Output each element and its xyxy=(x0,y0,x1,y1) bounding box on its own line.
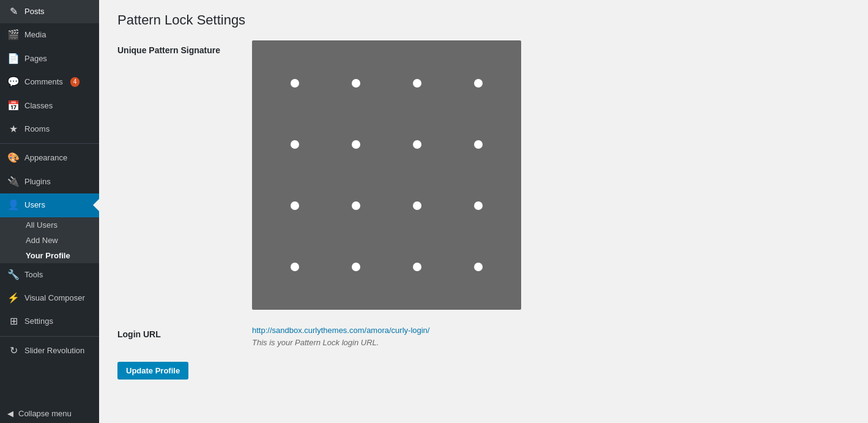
pattern-dot xyxy=(291,140,299,149)
pattern-dot-cell xyxy=(264,175,325,236)
sidebar-item-plugins[interactable]: 🔌 Plugins xyxy=(0,170,99,193)
sidebar-item-visual-composer[interactable]: ⚡ Visual Composer xyxy=(0,286,99,310)
pattern-dot-cell xyxy=(325,175,387,236)
pattern-dot xyxy=(474,140,483,149)
submenu-add-new[interactable]: Add New xyxy=(0,233,99,248)
login-url-row: Login URL http://sandbox.curlythemes.com… xyxy=(117,324,850,347)
pattern-dot-cell xyxy=(387,53,448,114)
rooms-icon: ★ xyxy=(7,122,20,136)
pattern-dot-cell xyxy=(325,236,387,298)
posts-icon: ✎ xyxy=(7,5,20,18)
pattern-dot xyxy=(352,140,360,149)
pattern-dot xyxy=(291,201,299,210)
sidebar-item-media[interactable]: 🎬 Media xyxy=(0,23,99,47)
pattern-dot-cell xyxy=(387,236,448,298)
pattern-dot-cell xyxy=(264,114,325,175)
submenu-your-profile[interactable]: Your Profile xyxy=(0,248,99,263)
pattern-dot xyxy=(474,263,483,271)
sidebar-item-classes[interactable]: 📅 Classes xyxy=(0,94,99,118)
sidebar-item-comments[interactable]: 💬 Comments 4 xyxy=(0,70,99,94)
pattern-dot-cell xyxy=(448,236,509,298)
pattern-signature-row: Unique Pattern Signature xyxy=(117,40,850,310)
pattern-dot-cell xyxy=(387,175,448,236)
pattern-dot xyxy=(352,263,360,271)
submenu-all-users[interactable]: All Users xyxy=(0,217,99,233)
appearance-icon: 🎨 xyxy=(7,151,20,165)
update-profile-row: Update Profile xyxy=(117,362,850,380)
sidebar-item-posts[interactable]: ✎ Posts xyxy=(0,0,99,23)
plugins-icon: 🔌 xyxy=(7,175,20,189)
comments-icon: 💬 xyxy=(7,75,20,89)
users-submenu: All Users Add New Your Profile xyxy=(0,217,99,263)
settings-icon: ⊞ xyxy=(7,315,20,328)
pattern-dot xyxy=(352,201,360,210)
comments-badge: 4 xyxy=(70,77,80,87)
pattern-dot-cell xyxy=(264,53,325,114)
pattern-dot xyxy=(352,79,360,88)
users-icon: 👤 xyxy=(7,198,20,212)
pattern-dot-cell xyxy=(264,236,325,298)
page-title: Pattern Lock Settings xyxy=(117,12,850,28)
pattern-dot xyxy=(413,140,421,149)
slider-revolution-icon: ↻ xyxy=(7,344,20,357)
pattern-grid-field xyxy=(252,40,850,310)
pattern-dot-cell xyxy=(325,114,387,175)
login-url-link[interactable]: http://sandbox.curlythemes.com/amora/cur… xyxy=(252,326,429,335)
divider-2 xyxy=(0,336,99,337)
media-icon: 🎬 xyxy=(7,28,20,42)
pattern-dot xyxy=(474,79,483,88)
pattern-dot-cell xyxy=(448,114,509,175)
sidebar-item-appearance[interactable]: 🎨 Appearance xyxy=(0,146,99,170)
pattern-dot-cell xyxy=(325,53,387,114)
login-url-field: http://sandbox.curlythemes.com/amora/cur… xyxy=(252,324,850,347)
collapse-icon: ◀ xyxy=(7,409,13,418)
visual-composer-icon: ⚡ xyxy=(7,291,20,305)
sidebar-item-pages[interactable]: 📄 Pages xyxy=(0,47,99,70)
pattern-dot xyxy=(291,263,299,271)
collapse-menu-button[interactable]: ◀ Collapse menu xyxy=(0,404,99,423)
divider-1 xyxy=(0,143,99,144)
sidebar-item-rooms[interactable]: ★ Rooms xyxy=(0,118,99,141)
main-content: Pattern Lock Settings Unique Pattern Sig… xyxy=(99,0,868,423)
pattern-dot xyxy=(413,263,421,271)
sidebar-item-settings[interactable]: ⊞ Settings xyxy=(0,310,99,333)
pattern-signature-label: Unique Pattern Signature xyxy=(117,40,252,55)
tools-icon: 🔧 xyxy=(7,268,20,282)
login-url-description: This is your Pattern Lock login URL. xyxy=(252,338,850,347)
pattern-dot-cell xyxy=(448,175,509,236)
login-url-label: Login URL xyxy=(117,324,252,339)
pattern-dot-cell xyxy=(387,114,448,175)
pages-icon: 📄 xyxy=(7,52,20,66)
sidebar-item-tools[interactable]: 🔧 Tools xyxy=(0,263,99,286)
update-profile-button[interactable]: Update Profile xyxy=(117,362,188,380)
sidebar-item-users[interactable]: 👤 Users xyxy=(0,193,99,217)
pattern-dot xyxy=(474,201,483,210)
sidebar: ✎ Posts 🎬 Media 📄 Pages 💬 Comments 4 📅 C… xyxy=(0,0,99,423)
pattern-grid[interactable] xyxy=(252,40,521,310)
pattern-dot-cell xyxy=(448,53,509,114)
classes-icon: 📅 xyxy=(7,99,20,113)
pattern-dot xyxy=(413,201,421,210)
pattern-dot xyxy=(291,79,299,88)
sidebar-item-slider-revolution[interactable]: ↻ Slider Revolution xyxy=(0,339,99,362)
pattern-dot xyxy=(413,79,421,88)
